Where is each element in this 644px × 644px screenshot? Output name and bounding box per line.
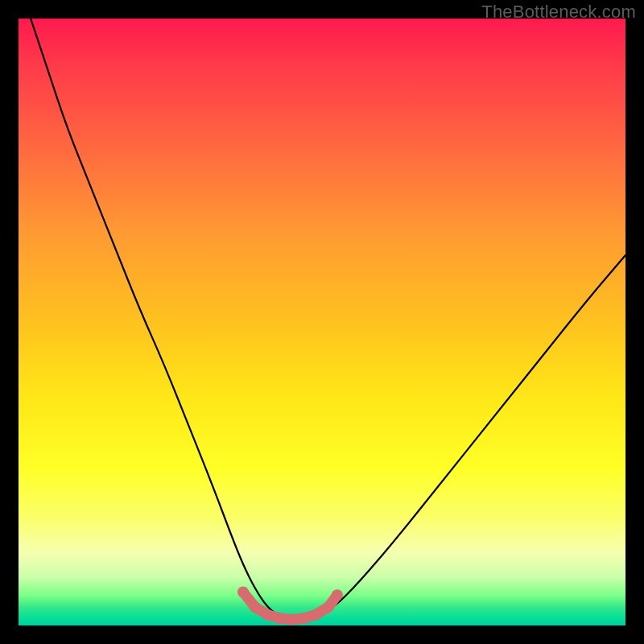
optimal-range-dot <box>310 609 321 620</box>
chart-frame: TheBottleneck.com <box>0 0 644 644</box>
bottleneck-curve-svg <box>19 19 625 625</box>
optimal-range-dot <box>298 613 309 624</box>
plot-area <box>19 19 625 625</box>
optimal-range-dot <box>323 601 334 613</box>
optimal-range-dot <box>332 589 343 601</box>
optimal-range-dot <box>262 609 273 620</box>
optimal-range-dot <box>274 613 285 624</box>
bottleneck-curve <box>31 19 625 619</box>
optimal-range-dot <box>286 613 297 625</box>
optimal-range-dot <box>237 587 249 598</box>
attribution-watermark: TheBottleneck.com <box>481 2 636 23</box>
optimal-range-dot <box>250 601 261 613</box>
